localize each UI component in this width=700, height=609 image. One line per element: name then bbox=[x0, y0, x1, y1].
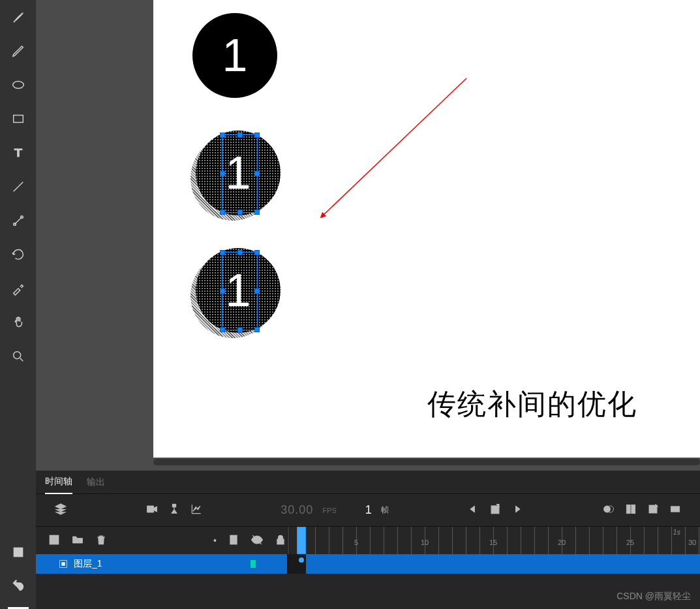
layer-row[interactable]: 图层_1 bbox=[36, 554, 700, 574]
new-layer-icon[interactable] bbox=[48, 533, 61, 548]
svg-rect-8 bbox=[172, 505, 175, 507]
svg-rect-17 bbox=[230, 535, 237, 544]
layer-color-swatch bbox=[251, 560, 256, 568]
playhead[interactable] bbox=[297, 527, 306, 554]
layer-track[interactable] bbox=[287, 554, 700, 574]
trash-icon[interactable] bbox=[95, 533, 108, 548]
folder-icon[interactable] bbox=[71, 533, 84, 548]
tool-eyedropper[interactable] bbox=[8, 278, 29, 299]
tab-output[interactable]: 输出 bbox=[87, 471, 105, 493]
tools-sidebar bbox=[0, 0, 36, 609]
frame-value[interactable]: 1 bbox=[365, 503, 372, 517]
svg-rect-9 bbox=[492, 506, 500, 514]
ruler-second-label: 1s bbox=[673, 528, 680, 536]
timeline-header: • 1s 5 10 15 20 25 30 bbox=[36, 527, 700, 554]
onion-skin-icon[interactable] bbox=[602, 503, 615, 518]
frame-label: 帧 bbox=[381, 505, 389, 516]
ruler-mark: 25 bbox=[626, 539, 634, 546]
undo-btn[interactable] bbox=[8, 574, 29, 595]
selection-bbox[interactable] bbox=[222, 252, 258, 330]
tool-rect[interactable] bbox=[8, 108, 29, 129]
symbol-circle-2[interactable]: 1 bbox=[196, 131, 287, 228]
prev-frame-icon[interactable] bbox=[466, 503, 479, 518]
graph-icon[interactable] bbox=[190, 503, 203, 518]
tool-brush[interactable] bbox=[8, 7, 29, 27]
insert-keyframe-icon[interactable] bbox=[489, 503, 502, 518]
tool-hand[interactable] bbox=[8, 312, 29, 333]
svg-rect-12 bbox=[626, 505, 630, 513]
svg-point-4 bbox=[13, 352, 20, 359]
symbol-label: 1 bbox=[222, 29, 248, 82]
ruler-mark: 10 bbox=[421, 539, 429, 546]
next-frame-icon[interactable] bbox=[511, 503, 524, 518]
stage-area: 1 1 1 传统补间的优化 bbox=[36, 0, 700, 471]
svg-rect-5 bbox=[13, 548, 23, 557]
ruler-mark: 20 bbox=[558, 539, 566, 546]
rig-icon[interactable] bbox=[168, 503, 181, 518]
selection-bbox[interactable] bbox=[222, 134, 258, 213]
svg-rect-18 bbox=[277, 539, 284, 544]
svg-rect-15 bbox=[671, 507, 679, 512]
svg-line-7 bbox=[323, 78, 466, 215]
visibility-icon[interactable] bbox=[251, 533, 264, 548]
svg-rect-13 bbox=[632, 505, 635, 513]
svg-point-0 bbox=[12, 82, 23, 89]
marker-icon[interactable] bbox=[647, 503, 660, 518]
timeline-toolbar: 30.00 FPS 1 帧 bbox=[36, 494, 700, 527]
tool-pencil[interactable] bbox=[8, 40, 29, 61]
tool-zoom[interactable] bbox=[8, 346, 29, 367]
layer-head[interactable]: 图层_1 bbox=[36, 554, 287, 574]
toolbar-bottom bbox=[0, 542, 36, 609]
svg-rect-1 bbox=[13, 116, 23, 123]
loop-icon[interactable] bbox=[669, 503, 682, 518]
layer-type-icon bbox=[58, 559, 68, 569]
tool-bone[interactable] bbox=[8, 210, 29, 231]
svg-rect-14 bbox=[649, 505, 657, 513]
timeline-tabs: 时间轴 输出 bbox=[36, 471, 700, 494]
frame-span[interactable] bbox=[288, 554, 306, 574]
stage-horizontal-scrollbar[interactable] bbox=[153, 459, 700, 465]
stage-canvas[interactable]: 1 1 1 传统补间的优化 bbox=[153, 0, 700, 458]
tab-timeline[interactable]: 时间轴 bbox=[45, 471, 72, 494]
fps-label: FPS bbox=[322, 507, 336, 514]
watermark: CSDN @雨翼轻尘 bbox=[616, 591, 691, 602]
tool-oval[interactable] bbox=[8, 74, 29, 95]
lock-icon[interactable] bbox=[274, 533, 287, 548]
ruler-mark: 30 bbox=[688, 539, 696, 546]
symbol-circle-3[interactable]: 1 bbox=[196, 248, 287, 346]
timeline-ruler[interactable]: 1s 5 10 15 20 25 30 bbox=[287, 527, 700, 554]
color-swatch-btn[interactable] bbox=[8, 542, 29, 563]
edit-multiple-icon[interactable] bbox=[624, 503, 637, 518]
ruler-mark: 15 bbox=[489, 539, 497, 546]
tool-text[interactable] bbox=[8, 142, 29, 163]
symbol-circle-1[interactable]: 1 bbox=[192, 13, 277, 98]
fps-value[interactable]: 30.00 bbox=[281, 503, 313, 517]
outline-icon[interactable] bbox=[227, 533, 240, 548]
camera-icon[interactable] bbox=[145, 503, 159, 518]
layers-icon[interactable] bbox=[54, 503, 67, 518]
timeline-panel: 时间轴 输出 30.00 FPS 1 帧 bbox=[36, 471, 700, 609]
stage-heading: 传统补间的优化 bbox=[427, 385, 637, 424]
highlight-dot-icon[interactable]: • bbox=[213, 535, 217, 546]
svg-rect-20 bbox=[61, 562, 65, 565]
annotation-arrow bbox=[310, 72, 479, 228]
playhead-handle[interactable] bbox=[299, 557, 304, 563]
layer-name[interactable]: 图层_1 bbox=[74, 558, 102, 570]
layer-controls: • bbox=[36, 527, 287, 554]
tool-rotate[interactable] bbox=[8, 244, 29, 265]
ruler-mark: 5 bbox=[354, 539, 358, 546]
tool-line[interactable] bbox=[8, 176, 29, 197]
